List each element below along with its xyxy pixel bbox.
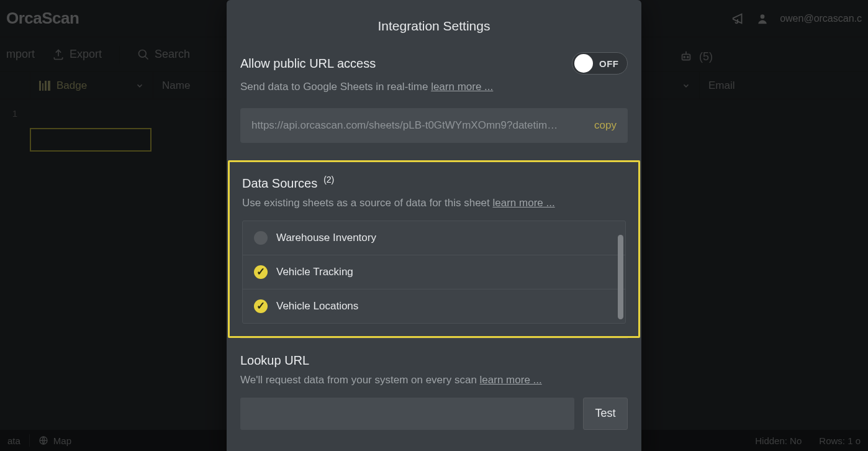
copy-button[interactable]: copy [594, 119, 617, 132]
data-source-label: Vehicle Locations [276, 300, 358, 312]
scrollbar[interactable] [618, 235, 623, 319]
data-source-label: Warehouse Inventory [276, 232, 376, 244]
public-url-value[interactable]: https://api.orcascan.com/sheets/pLB-t0Gt… [251, 119, 585, 132]
lookup-title: Lookup URL [240, 353, 628, 368]
section-data-sources: Data Sources(2) Use existing sheets as a… [240, 160, 628, 338]
data-sources-desc: Use existing sheets as a source of data … [242, 197, 626, 209]
data-source-item[interactable]: Warehouse Inventory [243, 221, 625, 255]
toggle-label: OFF [599, 58, 619, 69]
data-sources-list: Warehouse Inventory ✓ Vehicle Tracking ✓… [242, 221, 626, 324]
public-url-box: https://api.orcascan.com/sheets/pLB-t0Gt… [240, 108, 628, 143]
section-public-url: Allow public URL access OFF Send data to… [240, 50, 628, 160]
data-sources-count: (2) [323, 175, 334, 184]
public-url-toggle[interactable]: OFF [572, 52, 628, 75]
data-sources-learn-more[interactable]: learn more ... [493, 197, 555, 209]
lookup-desc: We'll request data from your system on e… [240, 374, 628, 386]
integration-settings-modal: Integration Settings Allow public URL ac… [227, 0, 641, 451]
test-button[interactable]: Test [583, 398, 628, 430]
checkbox-checked-icon[interactable]: ✓ [254, 299, 268, 313]
public-url-learn-more[interactable]: learn more ... [431, 81, 493, 93]
data-source-item[interactable]: ✓ Vehicle Tracking [243, 255, 625, 289]
data-source-label: Vehicle Tracking [276, 266, 353, 278]
public-url-title: Allow public URL access [240, 57, 376, 71]
modal-title: Integration Settings [227, 0, 641, 50]
checkbox-checked-icon[interactable]: ✓ [254, 265, 268, 279]
public-url-desc: Send data to Google Sheets in real-time … [240, 81, 628, 93]
section-lookup-url: Lookup URL We'll request data from your … [240, 338, 628, 447]
data-source-item[interactable]: ✓ Vehicle Locations [243, 289, 625, 323]
lookup-learn-more[interactable]: learn more ... [480, 374, 542, 386]
data-sources-highlight: Data Sources(2) Use existing sheets as a… [228, 160, 640, 338]
lookup-url-input[interactable] [240, 398, 574, 430]
data-sources-title: Data Sources(2) [242, 175, 626, 191]
toggle-knob [574, 54, 593, 73]
checkbox-unchecked-icon[interactable] [254, 231, 268, 245]
